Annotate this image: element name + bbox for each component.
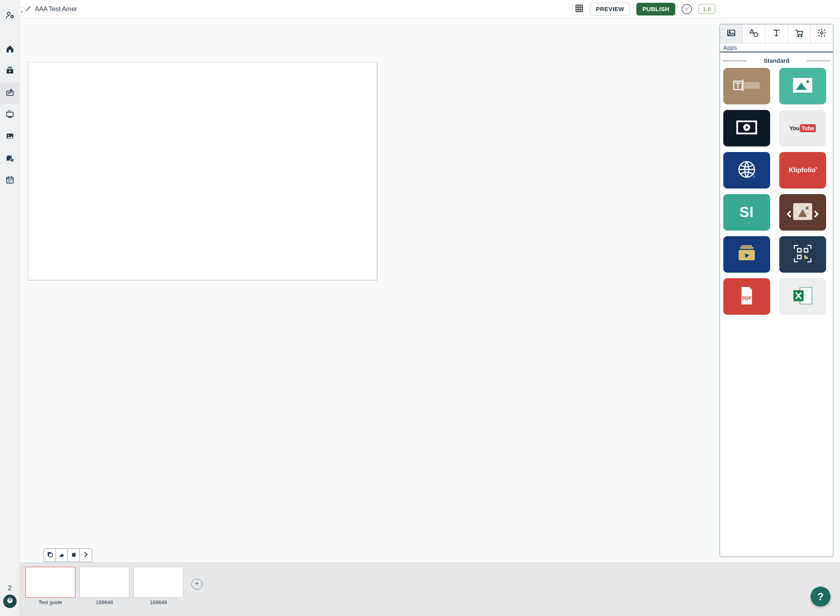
panel-tab-shapes[interactable] — [743, 25, 765, 43]
svg-text:PDF: PDF — [742, 296, 751, 301]
panel-section-title: Standard — [722, 57, 830, 64]
app-web[interactable] — [723, 152, 770, 189]
youtube-logo: YouTube — [790, 125, 816, 131]
status-indicator[interactable] — [682, 4, 692, 14]
svg-point-26 — [806, 80, 809, 83]
check-icon — [684, 6, 690, 13]
add-slide-button[interactable] — [191, 579, 202, 590]
carousel-icon — [785, 200, 820, 225]
si-logo: SI — [740, 204, 754, 221]
publish-button[interactable]: PUBLISH — [636, 3, 675, 15]
grid-icon — [575, 4, 584, 14]
svg-rect-23 — [744, 82, 760, 89]
svg-rect-14 — [49, 553, 52, 557]
text-field-icon — [733, 77, 761, 95]
preview-button[interactable]: PREVIEW — [590, 3, 630, 15]
help-chat-button[interactable]: ? — [811, 587, 830, 606]
app-youtube[interactable]: YouTube — [779, 110, 826, 146]
svg-point-16 — [729, 32, 730, 33]
svg-point-7 — [8, 135, 9, 136]
sidebar-help-button[interactable] — [3, 595, 17, 608]
home-icon — [6, 44, 14, 55]
slide-label: 169648 — [96, 599, 113, 605]
svg-rect-39 — [798, 255, 801, 259]
app-playlist[interactable] — [723, 236, 770, 273]
edit-title-button[interactable] — [25, 5, 32, 13]
top-bar: AAA Test Amer PREVIEW PUBLISH 1.6 — [20, 0, 840, 18]
sidebar-item-schedule[interactable] — [0, 148, 20, 169]
chevron-right-icon — [82, 551, 89, 560]
app-si[interactable]: SI — [723, 194, 770, 231]
next-slide-button[interactable] — [80, 549, 92, 562]
duplicate-slide-button[interactable] — [44, 549, 56, 562]
app-klipfolio[interactable]: Klipfolio˺ — [779, 152, 826, 189]
eraser-icon — [58, 551, 66, 560]
calendar-icon — [6, 175, 14, 186]
svg-rect-37 — [798, 248, 801, 252]
slide-label: 169649 — [150, 599, 167, 605]
trash-icon — [70, 551, 77, 560]
sidebar-footer-number: 2 — [8, 584, 12, 592]
playlist-player-icon — [735, 244, 759, 265]
playlist-icon — [6, 66, 14, 77]
panel-tab-settings[interactable] — [811, 25, 833, 43]
shapes-icon — [749, 28, 759, 39]
plus-icon — [194, 580, 200, 588]
svg-rect-10 — [6, 177, 13, 183]
sidebar-expand-toggle[interactable]: > — [17, 7, 26, 16]
sidebar-item-media[interactable] — [0, 126, 20, 148]
compose-icon — [6, 88, 14, 98]
sidebar-item-screens[interactable] — [0, 104, 20, 126]
svg-point-21 — [821, 32, 823, 34]
cart-icon — [794, 28, 804, 39]
delete-slide-button[interactable] — [68, 549, 80, 562]
slide-canvas[interactable] — [28, 62, 377, 280]
svg-point-18 — [754, 33, 758, 37]
sidebar-item-admin[interactable] — [0, 5, 20, 27]
slide-strip: Test guide 169648 169649 — [20, 562, 840, 616]
app-carousel[interactable] — [779, 194, 826, 231]
svg-rect-12 — [576, 5, 583, 12]
app-excel[interactable] — [779, 278, 826, 315]
svg-point-34 — [806, 206, 809, 210]
video-icon — [734, 118, 760, 139]
svg-point-0 — [7, 12, 10, 15]
svg-marker-17 — [750, 29, 754, 33]
slide-thumbnail[interactable]: 169648 — [79, 567, 129, 605]
project-title: AAA Test Amer — [35, 6, 77, 13]
version-badge[interactable]: 1.6 — [698, 4, 715, 14]
svg-rect-38 — [804, 248, 808, 252]
grid-toggle-button[interactable] — [575, 4, 584, 14]
panel-tab-text[interactable] — [765, 25, 788, 43]
screen-icon — [6, 110, 14, 120]
gear-icon — [817, 28, 827, 39]
photo-icon — [791, 76, 814, 96]
app-text[interactable] — [723, 68, 770, 104]
app-qr[interactable] — [779, 236, 826, 273]
sidebar-item-compose[interactable] — [0, 82, 20, 104]
pencil-icon — [25, 5, 32, 13]
panel-tab-media[interactable] — [720, 25, 743, 43]
panel-sub-label: Apps — [720, 43, 833, 52]
globe-icon — [736, 158, 758, 182]
app-pdf[interactable]: PDF — [723, 278, 770, 315]
sidebar-item-home[interactable] — [0, 38, 20, 60]
slide-thumbnail[interactable]: 169649 — [133, 567, 183, 605]
sidebar-item-playlists[interactable] — [0, 60, 20, 82]
copy-icon — [46, 551, 54, 560]
sidebar-item-calendar[interactable] — [0, 169, 20, 191]
svg-rect-5 — [6, 112, 13, 116]
slide-toolbar — [44, 549, 92, 562]
svg-point-19 — [798, 36, 799, 37]
pdf-icon: PDF — [738, 285, 755, 308]
app-video[interactable] — [723, 110, 770, 146]
left-sidebar: > 2 — [0, 0, 20, 616]
panel-tab-store[interactable] — [788, 25, 811, 43]
erase-slide-button[interactable] — [56, 549, 68, 562]
excel-icon — [792, 285, 814, 308]
klipfolio-logo: Klipfolio˺ — [789, 166, 817, 174]
image-icon — [726, 28, 736, 39]
text-icon — [772, 28, 781, 39]
app-image[interactable] — [779, 68, 826, 104]
slide-thumbnail[interactable]: Test guide — [25, 567, 75, 605]
